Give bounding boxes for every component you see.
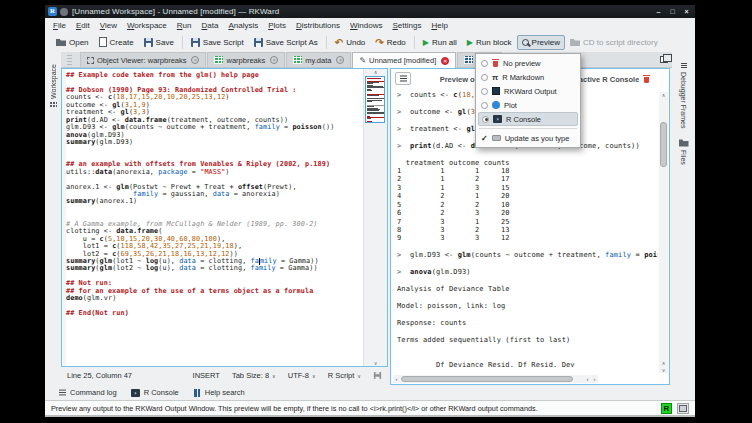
dock-drag-handle[interactable] <box>67 55 72 65</box>
tab-unnamed-modified[interactable]: Unnamed [modified] <box>352 52 456 68</box>
editor-status-bar: Line 25, Column 47 INSERT Tab Size: 8 UT… <box>61 367 388 383</box>
menu-workspace[interactable]: Workspace <box>122 21 172 30</box>
console-vertical-scrollbar[interactable] <box>659 92 668 373</box>
undo-icon <box>335 37 343 48</box>
close-icon[interactable] <box>681 7 692 17</box>
dock-tab-files[interactable]: Files <box>672 139 695 165</box>
save-script-button[interactable]: Save Script <box>186 35 249 50</box>
preview-button[interactable]: Preview <box>517 35 565 50</box>
encoding-select[interactable]: UTF-8 <box>288 371 316 380</box>
code-line <box>66 175 363 182</box>
close-tab-icon[interactable] <box>336 56 344 64</box>
files-icon <box>679 139 689 147</box>
menu-item-r-markdown[interactable]: R Markdown <box>478 70 578 84</box>
scrollbar-thumb[interactable] <box>401 376 573 382</box>
button-label: Save <box>156 38 174 47</box>
open-button[interactable]: Open <box>51 35 94 50</box>
filetype-select[interactable]: R Script <box>328 371 361 380</box>
save-script-icon <box>191 38 200 47</box>
menu-item-plot[interactable]: Plot <box>478 98 578 112</box>
menu-item-label: No preview <box>503 59 541 68</box>
split-view-icon[interactable] <box>660 56 668 63</box>
code-line: 3 1 3 15 <box>397 184 658 192</box>
run-block-button[interactable]: Run block <box>462 35 517 50</box>
scroll-up-icon[interactable] <box>364 69 387 75</box>
r-status-button[interactable] <box>677 403 689 414</box>
close-tab-icon[interactable] <box>191 56 199 64</box>
code-line: 2 1 2 17 <box>397 175 658 183</box>
tab-label: Unnamed [modified] <box>369 56 436 65</box>
scroll-up-icon[interactable] <box>659 92 668 98</box>
code-line <box>397 353 658 361</box>
menu-settings[interactable]: Settings <box>387 21 426 30</box>
menu-item-label: RKWard Output <box>504 87 557 96</box>
close-tab-icon[interactable] <box>441 57 449 65</box>
toolview-tab-command-log[interactable]: Command log <box>59 388 117 397</box>
left-dock-bar: Workspace <box>45 52 61 385</box>
save-script-as-button[interactable]: Save Script As <box>249 35 323 50</box>
scroll-up-icon[interactable] <box>659 360 668 366</box>
undo-button[interactable]: Undo <box>330 34 371 51</box>
code-line: 8 3 2 13 <box>397 226 658 234</box>
code-line: ## Dobson (1990) Page 93: Randomized Con… <box>66 86 363 93</box>
code-line: ## Example code taken from the glm() hel… <box>66 71 363 78</box>
tab-size-select[interactable]: Tab Size: 8 <box>232 371 276 380</box>
menu-data[interactable]: Data <box>196 21 223 30</box>
radio-icon <box>481 102 488 109</box>
create-button[interactable]: Create <box>94 34 139 50</box>
scrollbar-thumb[interactable] <box>660 122 667 167</box>
code-line: counts <- c(18,17,15,20,10,20,25,13,12) <box>66 93 363 100</box>
tab-object-viewer-warpbreaks[interactable]: Object Viewer: warpbreaks <box>80 52 206 67</box>
menu-item-no-preview[interactable]: No preview <box>478 56 578 70</box>
tab-my-data[interactable]: my.data <box>286 52 351 67</box>
code-line: ## an example with offsets from Venables… <box>66 160 363 167</box>
code-line: Model: poisson, link: log <box>397 302 658 310</box>
cursor-position: Line 25, Column 47 <box>67 371 132 380</box>
menu-file[interactable]: File <box>48 21 71 30</box>
menu-distributions[interactable]: Distributions <box>291 21 345 30</box>
save-button[interactable]: Save <box>139 35 179 50</box>
code-line: ## for an example of the use of a terms … <box>66 287 363 294</box>
toolview-tab-r-console[interactable]: R Console <box>131 388 179 397</box>
preview-menu-button[interactable] <box>395 72 411 85</box>
menu-analysis[interactable]: Analysis <box>223 21 263 30</box>
tab-warpbreaks[interactable]: warpbreaks <box>207 52 285 67</box>
dock-tab-debugger-frames[interactable]: Debugger Frames <box>672 62 695 129</box>
dock-tab-workspace[interactable]: Workspace <box>45 55 61 117</box>
menu-run[interactable]: Run <box>172 21 197 30</box>
menu-item-rkward-output[interactable]: RKWard Output <box>478 84 578 98</box>
scroll-down-icon[interactable] <box>659 367 668 373</box>
scroll-right-icon[interactable] <box>591 376 598 382</box>
scroll-left-icon[interactable] <box>393 376 400 382</box>
editor-minimap-scrollbar[interactable] <box>363 69 387 366</box>
close-tab-icon[interactable] <box>270 56 278 64</box>
scroll-down-icon[interactable] <box>364 360 387 366</box>
menu-view[interactable]: View <box>95 21 122 30</box>
menu-item-r-console[interactable]: R Console <box>478 112 578 126</box>
menu-item-update-as-you-type[interactable]: Update as you type <box>478 131 578 145</box>
insert-mode[interactable]: INSERT <box>193 371 220 380</box>
redo-button[interactable]: Redo <box>370 34 411 51</box>
title-bar[interactable]: [Unnamed Workspace] - Unnamed [modified]… <box>45 5 695 18</box>
menu-edit[interactable]: Edit <box>71 21 95 30</box>
r-busy-indicator[interactable]: R <box>661 403 672 414</box>
minimize-icon[interactable] <box>653 7 664 17</box>
console-horizontal-scrollbar[interactable] <box>393 375 598 383</box>
menu-help[interactable]: Help <box>426 21 452 30</box>
minimap-thumbnail[interactable] <box>365 76 385 123</box>
scroll-left-icon[interactable] <box>584 376 591 382</box>
save-indicator-icon <box>374 371 381 378</box>
discard-preview-icon[interactable] <box>643 75 650 83</box>
code-area[interactable]: ## Example code taken from the glm() hel… <box>62 69 363 366</box>
toolview-tab-help-search[interactable]: Help search <box>193 388 245 397</box>
menu-item-label: R Console <box>506 115 541 124</box>
code-line <box>66 205 363 212</box>
menu-plots[interactable]: Plots <box>263 21 291 30</box>
workspace-icon <box>49 101 57 108</box>
maximize-icon[interactable] <box>667 7 678 17</box>
r-console-icon <box>493 115 502 123</box>
menu-windows[interactable]: Windows <box>345 21 387 30</box>
toolbar-separator <box>182 36 183 49</box>
run-all-button[interactable]: Run all <box>418 35 462 50</box>
code-line: # A Gamma example, from McCullagh & Neld… <box>66 220 363 227</box>
